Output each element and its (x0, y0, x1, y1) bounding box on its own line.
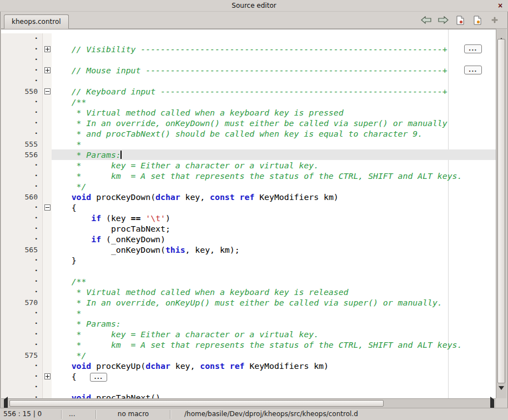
code-line[interactable]: • * Params: (1, 318, 496, 329)
code-text: } (52, 255, 496, 266)
code-line[interactable]: • * key = Either a character or a virtua… (1, 329, 496, 339)
code-line[interactable]: 570 * In an override, onKeyUp() must eit… (1, 297, 496, 308)
code-line[interactable]: • */ (1, 181, 496, 192)
line-number: • (1, 44, 42, 54)
line-number: • (1, 213, 42, 223)
status-bar: 556 : 15 | 0 ... no macro /home/basile/D… (0, 408, 508, 420)
collapsed-fold-marker[interactable]: ... (90, 373, 108, 382)
code-line[interactable]: • * Virtual method called when a keyboar… (1, 287, 496, 297)
code-line[interactable]: • { (1, 202, 496, 213)
fold-gutter (42, 339, 52, 350)
code-line[interactable]: • // Visibility ------------------------… (1, 44, 496, 54)
horizontal-scrollbar-thumb[interactable] (9, 400, 384, 407)
code-line[interactable]: • * Virtual method called when a keyboar… (1, 107, 496, 118)
fold-gutter (42, 318, 52, 329)
fold-expand-icon[interactable] (44, 373, 51, 379)
code-line[interactable]: • if (key == '\t') (1, 213, 496, 223)
scroll-down-button[interactable] (496, 389, 506, 398)
code-text (52, 33, 496, 44)
code-text: * Params: (52, 318, 496, 329)
fold-gutter (42, 160, 52, 171)
fold-gutter (42, 382, 52, 392)
code-text: * and procTabNext() should be called whe… (52, 128, 496, 139)
code-line[interactable]: • * and procTabNext() should be called w… (1, 128, 496, 139)
code-line[interactable]: • /** (1, 97, 496, 107)
code-editor[interactable]: • • // Visibility ----------------------… (1, 29, 496, 398)
code-text: * In an override, onKeyDown() must eithe… (52, 118, 496, 128)
fold-gutter (42, 171, 52, 181)
code-line[interactable]: • procTabNext; (1, 223, 496, 234)
code-line[interactable]: • * (1, 308, 496, 318)
fold-gutter (42, 234, 52, 244)
code-line[interactable]: • if (_onKeyDown) (1, 234, 496, 244)
document-button-2[interactable] (472, 14, 483, 26)
code-line[interactable]: 575 */ (1, 350, 496, 361)
collapsed-fold-marker[interactable]: ... (464, 44, 482, 53)
code-line[interactable]: • (1, 54, 496, 65)
document-button-1[interactable] (455, 14, 466, 26)
code-text: if (key == '\t') (52, 213, 496, 223)
editor-toolbar (420, 14, 500, 26)
code-line[interactable]: • (1, 33, 496, 44)
code-text: // Mouse input -------------------------… (52, 65, 496, 76)
fold-gutter (42, 128, 52, 139)
scroll-up-button[interactable] (496, 29, 506, 38)
code-text: { (52, 202, 496, 213)
fold-expand-icon[interactable] (44, 67, 51, 73)
line-number: • (1, 33, 42, 44)
macro-status: no macro (97, 408, 170, 420)
line-number: • (1, 181, 42, 192)
horizontal-scrollbar[interactable] (1, 398, 496, 408)
fold-gutter (42, 202, 52, 213)
code-line[interactable]: • (1, 382, 496, 392)
code-line[interactable]: • (1, 76, 496, 86)
fold-collapse-icon[interactable] (44, 88, 51, 94)
line-number: • (1, 97, 42, 107)
line-number: • (1, 371, 42, 382)
line-number: 570 (1, 297, 42, 308)
fold-gutter (42, 392, 52, 398)
line-number: • (1, 329, 42, 339)
vertical-scrollbar[interactable] (496, 29, 506, 398)
line-number: • (1, 65, 42, 76)
code-text: procTabNext; (52, 223, 496, 234)
code-line[interactable]: • {... (1, 371, 496, 382)
code-text: // Visibility --------------------------… (52, 44, 496, 54)
fold-expand-icon[interactable] (44, 46, 51, 52)
scroll-right-button[interactable] (488, 399, 496, 408)
line-number: 565 (1, 244, 42, 255)
line-number: • (1, 382, 42, 392)
code-line[interactable]: • // Mouse input -----------------------… (1, 65, 496, 76)
fold-collapse-icon[interactable] (44, 204, 51, 211)
code-line[interactable]: 550 // Keyboard input ------------------… (1, 86, 496, 97)
code-line[interactable]: • void procKeyUp(dchar key, const ref Ke… (1, 361, 496, 371)
collapsed-fold-marker[interactable]: ... (464, 66, 482, 74)
code-line[interactable]: 565 _onKeyDown(this, key, km); (1, 244, 496, 255)
code-text: */ (52, 350, 496, 361)
code-text: {... (52, 371, 496, 382)
go-back-button[interactable] (420, 14, 431, 26)
close-button[interactable]: × (496, 0, 505, 11)
detach-button[interactable] (489, 14, 500, 26)
line-number: • (1, 118, 42, 128)
line-number: • (1, 266, 42, 276)
code-line[interactable]: • /** (1, 276, 496, 287)
code-line[interactable]: • * km = A set that represents the statu… (1, 339, 496, 350)
fold-gutter (42, 244, 52, 255)
fold-gutter (42, 329, 52, 339)
code-line[interactable]: • * In an override, onKeyDown() must eit… (1, 118, 496, 128)
code-line[interactable]: 556 * Params: (1, 149, 496, 160)
fold-gutter (42, 192, 52, 202)
code-line[interactable]: 560 void procKeyDown(dchar key, const re… (1, 192, 496, 202)
code-line[interactable]: • void procTabNext() (1, 392, 496, 398)
code-line[interactable]: 555 * (1, 139, 496, 149)
code-line[interactable]: • (1, 266, 496, 276)
go-forward-button[interactable] (437, 14, 449, 26)
code-line[interactable]: • * km = A set that represents the statu… (1, 171, 496, 181)
code-line[interactable]: • * key = Either a character or a virtua… (1, 160, 496, 171)
vertical-scrollbar-thumb[interactable] (497, 39, 505, 383)
fold-gutter (42, 361, 52, 371)
scroll-left-button[interactable] (2, 399, 9, 408)
code-line[interactable]: • } (1, 255, 496, 266)
tab-kheops-control[interactable]: kheops.control (4, 14, 69, 29)
